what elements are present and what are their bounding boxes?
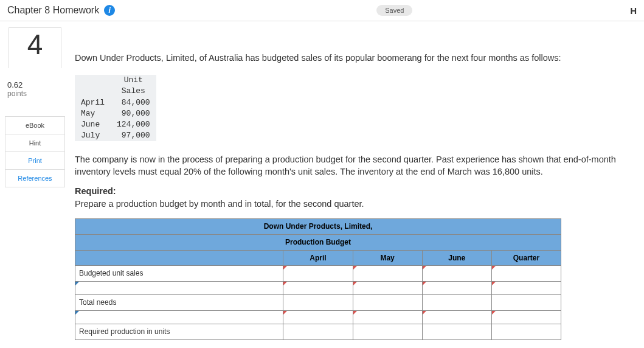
problem-content: Down Under Products, Limited, of Austral… <box>70 21 644 348</box>
us-month: April <box>75 97 111 108</box>
us-val: 90,000 <box>111 108 156 119</box>
input-cell[interactable] <box>353 295 422 311</box>
input-cell[interactable] <box>283 310 353 324</box>
assignment-title: Chapter 8 Homework <box>7 5 99 16</box>
saved-badge: Saved <box>376 5 412 16</box>
input-cell[interactable] <box>422 282 491 295</box>
us-val: 97,000 <box>111 130 156 141</box>
required-text: Prepare a production budget by month and… <box>75 199 364 209</box>
row-required: Required production in units <box>75 324 283 339</box>
row-budgeted: Budgeted unit sales <box>75 266 283 282</box>
points-label: points <box>5 89 65 98</box>
pb-title2: Production Budget <box>75 234 561 250</box>
page-header: Chapter 8 Homework i Saved H <box>0 0 644 21</box>
input-cell[interactable] <box>422 310 491 324</box>
input-cell[interactable] <box>422 324 491 339</box>
info-icon[interactable]: i <box>104 5 115 16</box>
pb-title1: Down Under Products, Limited, <box>75 218 561 234</box>
production-budget-table: Down Under Products, Limited, Production… <box>75 218 561 340</box>
input-cell[interactable] <box>491 295 561 311</box>
col-quarter: Quarter <box>491 250 561 266</box>
input-cell[interactable] <box>283 266 353 282</box>
us-month: May <box>75 108 111 119</box>
us-month: June <box>75 119 111 130</box>
row-blank-label[interactable] <box>75 310 283 324</box>
unit-sales-header: Unit <box>111 75 156 86</box>
references-button[interactable]: References <box>5 169 65 187</box>
col-may: May <box>353 250 422 266</box>
us-val: 124,000 <box>111 119 156 130</box>
input-cell[interactable] <box>422 266 491 282</box>
col-april: April <box>283 250 353 266</box>
body-text: The company is now in the process of pre… <box>75 153 642 178</box>
input-cell[interactable] <box>422 295 491 311</box>
print-button[interactable]: Print <box>5 151 65 170</box>
row-total: Total needs <box>75 295 283 311</box>
unit-sales-table: Unit Sales April 84,000 May 90,000 June1… <box>75 75 156 141</box>
header-right-letter: H <box>630 5 637 16</box>
unit-sales-header2: Sales <box>111 86 156 97</box>
us-month: July <box>75 130 111 141</box>
intro-text: Down Under Products, Limited, of Austral… <box>75 52 642 64</box>
input-cell[interactable] <box>491 310 561 324</box>
input-cell[interactable] <box>283 295 353 311</box>
input-cell[interactable] <box>283 282 353 295</box>
us-val: 84,000 <box>111 97 156 108</box>
input-cell[interactable] <box>353 282 422 295</box>
input-cell[interactable] <box>353 310 422 324</box>
input-cell[interactable] <box>353 324 422 339</box>
required-label: Required: <box>75 186 116 196</box>
input-cell[interactable] <box>353 266 422 282</box>
input-cell[interactable] <box>491 266 561 282</box>
row-blank-label[interactable] <box>75 282 283 295</box>
col-june: June <box>422 250 491 266</box>
points-value: 0.62 <box>5 80 65 89</box>
input-cell[interactable] <box>491 324 561 339</box>
sidebar: 4 0.62 points eBook Hint Print Reference… <box>0 21 70 348</box>
input-cell[interactable] <box>491 282 561 295</box>
ebook-button[interactable]: eBook <box>5 116 65 134</box>
input-cell[interactable] <box>283 324 353 339</box>
hint-button[interactable]: Hint <box>5 134 65 152</box>
question-number: 4 <box>9 27 61 68</box>
